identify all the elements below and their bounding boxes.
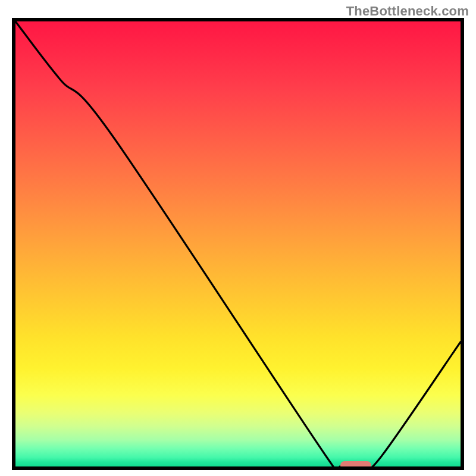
- plot-area: [12, 18, 464, 470]
- watermark-text: TheBottleneck.com: [346, 4, 469, 19]
- bottleneck-curve: [15, 21, 461, 466]
- chart-container: TheBottleneck.com: [0, 0, 476, 476]
- optimal-range-marker: [340, 461, 371, 469]
